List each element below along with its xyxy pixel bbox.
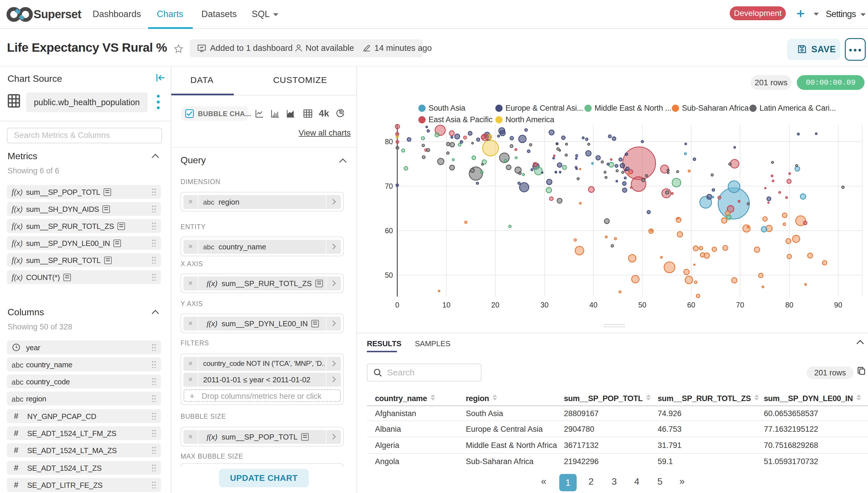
svg-text:70: 70 bbox=[385, 182, 393, 190]
svg-text:80: 80 bbox=[385, 137, 393, 146]
svg-text:50: 50 bbox=[385, 271, 393, 279]
svg-text:70: 70 bbox=[736, 301, 744, 309]
svg-text:60: 60 bbox=[687, 301, 695, 309]
svg-text:10: 10 bbox=[442, 301, 450, 309]
svg-text:0: 0 bbox=[395, 301, 399, 309]
svg-text:60: 60 bbox=[385, 227, 393, 235]
svg-text:20: 20 bbox=[491, 301, 499, 309]
svg-text:90: 90 bbox=[834, 301, 842, 309]
svg-text:80: 80 bbox=[785, 301, 793, 309]
svg-text:40: 40 bbox=[589, 301, 598, 309]
svg-text:50: 50 bbox=[638, 301, 646, 309]
svg-text:30: 30 bbox=[541, 301, 549, 309]
